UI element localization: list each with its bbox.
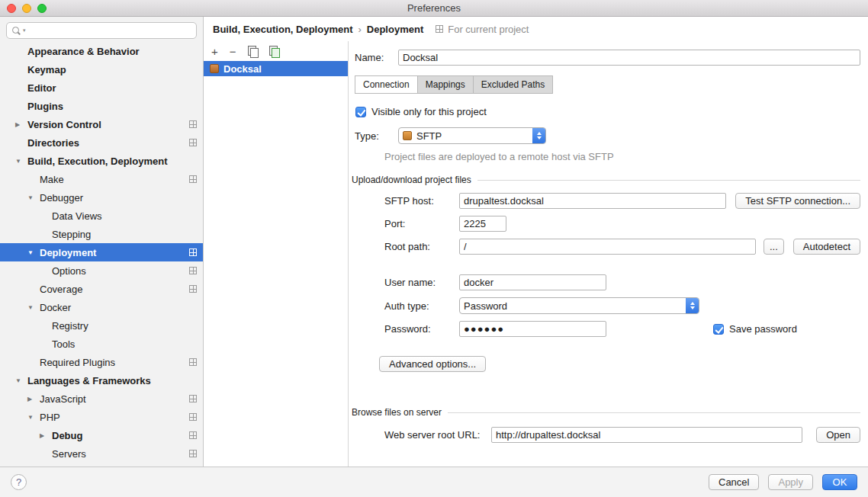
- root-path-input[interactable]: [459, 239, 756, 255]
- sidebar-item-registry[interactable]: Registry: [0, 316, 203, 335]
- user-name-input[interactable]: [459, 274, 606, 290]
- port-label: Port:: [384, 218, 459, 229]
- tree-collapse-arrow-icon[interactable]: ▼: [27, 304, 40, 311]
- sidebar-item-label: Coverage: [40, 284, 82, 295]
- sidebar-item-make[interactable]: Make: [0, 170, 203, 188]
- sidebar-item-coverage[interactable]: Coverage: [0, 280, 203, 298]
- dialog-footer: ? Cancel Apply OK: [0, 467, 868, 497]
- sidebar-item-label: Build, Execution, Deployment: [27, 156, 167, 167]
- help-button[interactable]: ?: [11, 474, 27, 490]
- sidebar-item-data-views[interactable]: Data Views: [0, 207, 203, 225]
- browse-root-path-button[interactable]: ...: [764, 239, 784, 255]
- sidebar-item-required-plugins[interactable]: Required Plugins: [0, 353, 203, 371]
- form-tabs: ConnectionMappingsExcluded Paths: [355, 75, 860, 94]
- sidebar-item-label: Servers: [52, 448, 86, 460]
- sidebar-item-build-execution-deployment[interactable]: ▼Build, Execution, Deployment: [0, 152, 203, 170]
- save-password-checkbox[interactable]: [713, 324, 724, 335]
- test-sftp-connection-button[interactable]: Test SFTP connection...: [735, 193, 860, 209]
- add-server-button[interactable]: +: [211, 46, 218, 57]
- tree-collapse-arrow-icon[interactable]: ▼: [27, 249, 40, 256]
- advanced-options-button[interactable]: Advanced options...: [379, 356, 486, 372]
- password-input[interactable]: [459, 321, 606, 337]
- search-options-chevron-icon[interactable]: ▾: [23, 27, 26, 34]
- tree-expand-arrow-icon[interactable]: ▶: [15, 121, 27, 128]
- sidebar-item-label: Stepping: [52, 229, 91, 240]
- save-password-checkbox-row[interactable]: Save password: [713, 323, 797, 335]
- open-url-button[interactable]: Open: [816, 427, 860, 443]
- sidebar-item-languages-frameworks[interactable]: ▼Languages & Frameworks: [0, 371, 203, 390]
- visible-only-label: Visible only for this project: [371, 106, 487, 117]
- window-title: Preferences: [407, 2, 461, 14]
- duplicate-server-button[interactable]: [269, 46, 279, 57]
- sidebar-item-label: Debug: [52, 430, 82, 441]
- type-dropdown[interactable]: SFTP: [398, 127, 546, 144]
- sidebar-item-label: PHP: [40, 412, 60, 423]
- tree-collapse-arrow-icon[interactable]: ▼: [27, 414, 40, 421]
- tree-collapse-arrow-icon[interactable]: ▼: [27, 194, 40, 201]
- cancel-button[interactable]: Cancel: [709, 474, 759, 490]
- visible-only-checkbox[interactable]: [355, 107, 366, 117]
- sidebar-item-appearance-behavior[interactable]: Appearance & Behavior: [0, 42, 203, 60]
- sidebar-item-keymap[interactable]: Keymap: [0, 60, 203, 79]
- sidebar-item-docker[interactable]: ▼Docker: [0, 298, 203, 316]
- per-project-settings-icon: [189, 431, 197, 439]
- web-root-input[interactable]: [491, 427, 802, 443]
- name-input[interactable]: [398, 50, 860, 66]
- auth-type-dropdown[interactable]: Password: [459, 297, 699, 314]
- auth-type-value: Password: [464, 300, 507, 312]
- sidebar-item-javascript[interactable]: ▶JavaScript: [0, 390, 203, 408]
- server-list-item-docksal[interactable]: Docksal: [204, 61, 348, 76]
- sidebar-item-label: Docker: [40, 302, 71, 313]
- sidebar-item-stepping[interactable]: Stepping: [0, 225, 203, 243]
- visible-only-checkbox-row[interactable]: Visible only for this project: [355, 106, 860, 117]
- search-input[interactable]: [27, 25, 191, 37]
- sidebar-item-deployment[interactable]: ▼Deployment: [0, 243, 203, 261]
- sidebar-item-label: Required Plugins: [40, 357, 115, 368]
- auth-type-label: Auth type:: [384, 300, 459, 312]
- name-label: Name:: [355, 52, 398, 63]
- minimize-window-button[interactable]: [22, 4, 31, 13]
- autodetect-button[interactable]: Autodetect: [793, 239, 860, 255]
- sftp-host-label: SFTP host:: [384, 195, 459, 207]
- sidebar-item-label: Editor: [27, 82, 56, 94]
- deployment-content: + − Docksal Name: ConnectionMappingsExcl…: [204, 41, 868, 467]
- ok-button[interactable]: OK: [822, 474, 857, 490]
- sidebar-item-version-control[interactable]: ▶Version Control: [0, 115, 203, 133]
- sidebar-item-debugger[interactable]: ▼Debugger: [0, 188, 203, 207]
- sidebar-item-options[interactable]: Options: [0, 261, 203, 280]
- zoom-window-button[interactable]: [37, 4, 47, 13]
- copy-server-button[interactable]: [248, 46, 258, 57]
- sidebar-item-label: Plugins: [27, 101, 63, 112]
- per-project-settings-icon: [189, 120, 197, 128]
- settings-search-field[interactable]: ▾: [6, 22, 197, 39]
- tab-excluded-paths[interactable]: Excluded Paths: [473, 75, 553, 94]
- type-label: Type:: [355, 130, 398, 142]
- sidebar-item-php[interactable]: ▼PHP: [0, 408, 203, 426]
- sidebar-item-label: Directories: [27, 137, 79, 149]
- close-window-button[interactable]: [7, 4, 16, 13]
- section-divider: [477, 180, 860, 181]
- breadcrumb-separator-icon: ›: [358, 24, 361, 35]
- tab-mappings[interactable]: Mappings: [417, 75, 474, 94]
- tree-collapse-arrow-icon[interactable]: ▼: [15, 377, 27, 384]
- tab-connection[interactable]: Connection: [355, 75, 418, 94]
- tree-collapse-arrow-icon[interactable]: ▼: [15, 158, 27, 165]
- main-area: Build, Execution, Deployment › Deploymen…: [204, 17, 868, 467]
- tree-expand-arrow-icon[interactable]: ▶: [27, 396, 40, 402]
- window-controls: [7, 4, 47, 13]
- sidebar-item-label: Data Views: [52, 210, 102, 222]
- sidebar-item-plugins[interactable]: Plugins: [0, 97, 203, 115]
- remove-server-button[interactable]: −: [230, 46, 236, 57]
- tree-expand-arrow-icon[interactable]: ▶: [40, 432, 52, 439]
- sidebar-item-servers[interactable]: Servers: [0, 444, 203, 463]
- save-password-label: Save password: [729, 323, 797, 335]
- sidebar-item-tools[interactable]: Tools: [0, 335, 203, 353]
- sidebar-item-label: Registry: [52, 320, 88, 332]
- sidebar-item-debug[interactable]: ▶Debug: [0, 426, 203, 444]
- sidebar-item-directories[interactable]: Directories: [0, 133, 203, 152]
- port-input[interactable]: [459, 216, 506, 232]
- apply-button[interactable]: Apply: [768, 474, 813, 490]
- per-project-settings-icon: [189, 450, 197, 457]
- sidebar-item-editor[interactable]: Editor: [0, 79, 203, 97]
- sftp-host-input[interactable]: [459, 193, 726, 209]
